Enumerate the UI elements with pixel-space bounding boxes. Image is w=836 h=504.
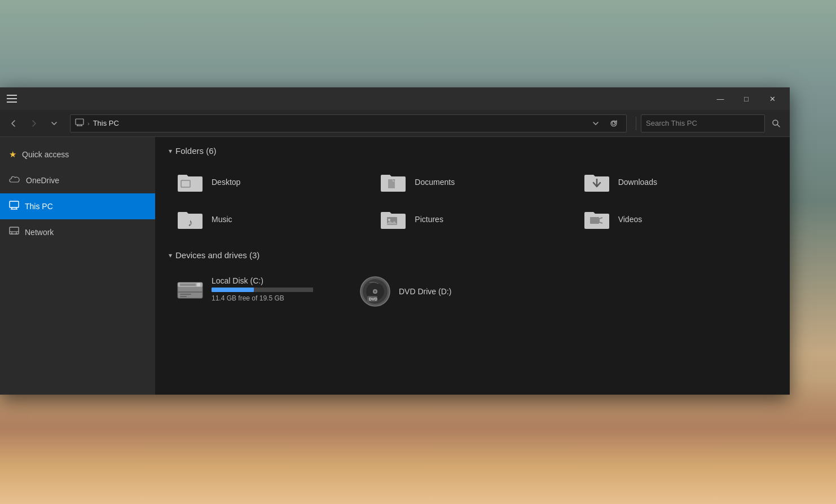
sidebar-item-network[interactable]: Network xyxy=(0,219,155,245)
network-icon xyxy=(9,227,19,238)
folder-videos[interactable]: Videos xyxy=(575,202,776,237)
explorer-window: — □ ✕ › This PC xyxy=(0,87,790,395)
cloud-icon xyxy=(9,175,20,185)
main-pane: ▾ Folders (6) Desktop xyxy=(155,137,790,395)
folder-desktop-icon xyxy=(175,170,205,194)
search-divider xyxy=(636,117,636,130)
folder-documents[interactable]: Documents xyxy=(372,165,573,200)
svg-point-37 xyxy=(374,290,376,293)
address-bar[interactable]: › This PC xyxy=(70,114,627,132)
local-disk-space: 11.4 GB free of 19.5 GB xyxy=(212,294,313,302)
folder-pictures-icon xyxy=(379,207,408,231)
monitor-icon xyxy=(75,118,84,128)
back-button[interactable] xyxy=(5,114,23,132)
folder-music[interactable]: ♪ Music xyxy=(169,202,369,237)
disk-icon xyxy=(175,275,205,304)
sidebar-item-label: Network xyxy=(25,228,54,237)
local-disk-progress-fill xyxy=(212,288,254,292)
svg-rect-29 xyxy=(197,283,200,286)
devices-grid: Local Disk (C:) 11.4 GB free of 19.5 GB xyxy=(169,269,776,314)
folder-music-label: Music xyxy=(212,215,232,224)
folder-music-icon: ♪ xyxy=(175,207,205,231)
dvd-drive-name: DVD Drive (D:) xyxy=(399,287,451,296)
navigation-bar: › This PC Search This PC xyxy=(0,110,790,137)
folder-desktop-label: Desktop xyxy=(212,178,240,187)
recent-locations-button[interactable] xyxy=(45,114,63,132)
content-area: ★ Quick access OneDrive This PC Network xyxy=(0,137,790,395)
folder-pictures[interactable]: Pictures xyxy=(372,202,573,237)
address-chevron: › xyxy=(87,120,90,127)
folder-desktop[interactable]: Desktop xyxy=(169,165,369,200)
address-bar-right xyxy=(588,116,622,131)
folder-downloads[interactable]: Downloads xyxy=(575,165,776,200)
svg-line-5 xyxy=(777,125,780,127)
svg-text:♪: ♪ xyxy=(188,217,193,228)
hamburger-menu-button[interactable] xyxy=(5,92,19,105)
svg-rect-31 xyxy=(180,294,191,295)
address-path: This PC xyxy=(93,119,119,127)
svg-rect-28 xyxy=(180,284,196,286)
folders-section-header[interactable]: ▾ Folders (6) xyxy=(169,146,776,156)
address-dropdown-button[interactable] xyxy=(588,116,604,131)
dvd-icon: DVD xyxy=(358,275,392,308)
folder-videos-label: Videos xyxy=(618,215,643,224)
svg-rect-32 xyxy=(180,296,187,297)
sidebar: ★ Quick access OneDrive This PC Network xyxy=(0,137,155,395)
device-dvd-drive[interactable]: DVD DVD Drive (D:) xyxy=(351,269,521,314)
svg-rect-22 xyxy=(590,217,599,224)
devices-section-header[interactable]: ▾ Devices and drives (3) xyxy=(169,250,776,260)
maximize-button[interactable]: □ xyxy=(733,87,759,110)
local-disk-name: Local Disk (C:) xyxy=(212,276,313,285)
svg-rect-10 xyxy=(10,227,19,234)
refresh-button[interactable] xyxy=(606,116,622,131)
search-label: Search This PC xyxy=(646,119,697,127)
folder-documents-label: Documents xyxy=(415,178,455,187)
sidebar-item-this-pc[interactable]: This PC xyxy=(0,193,155,219)
monitor-icon xyxy=(9,201,19,212)
sidebar-item-quick-access[interactable]: ★ Quick access xyxy=(0,142,155,167)
title-bar-left xyxy=(5,92,19,105)
title-bar: — □ ✕ xyxy=(0,87,790,110)
title-bar-controls: — □ ✕ xyxy=(707,87,785,110)
folder-videos-icon xyxy=(582,207,611,231)
folder-documents-icon xyxy=(379,170,408,194)
star-icon: ★ xyxy=(9,149,16,160)
devices-chevron-icon: ▾ xyxy=(169,251,172,259)
folders-chevron-icon: ▾ xyxy=(169,147,172,155)
search-button[interactable] xyxy=(767,114,785,132)
folders-grid: Desktop Documents xyxy=(169,165,776,237)
svg-point-21 xyxy=(388,219,390,221)
search-bar[interactable]: Search This PC xyxy=(641,114,765,132)
local-disk-info: Local Disk (C:) 11.4 GB free of 19.5 GB xyxy=(212,276,313,302)
sidebar-item-onedrive[interactable]: OneDrive xyxy=(0,167,155,193)
sidebar-item-label: OneDrive xyxy=(26,176,59,185)
svg-rect-30 xyxy=(178,291,203,293)
svg-text:DVD: DVD xyxy=(369,297,377,301)
folders-section-label: Folders (6) xyxy=(175,146,217,156)
local-disk-progress-bar xyxy=(212,288,313,292)
close-button[interactable]: ✕ xyxy=(759,87,785,110)
minimize-button[interactable]: — xyxy=(707,87,733,110)
svg-rect-0 xyxy=(76,119,83,125)
device-local-disk[interactable]: Local Disk (C:) 11.4 GB free of 19.5 GB xyxy=(169,269,338,310)
devices-section-label: Devices and drives (3) xyxy=(175,250,259,260)
sidebar-item-label: This PC xyxy=(25,202,53,211)
folder-downloads-label: Downloads xyxy=(618,178,657,187)
svg-rect-6 xyxy=(10,201,19,207)
forward-button[interactable] xyxy=(25,114,43,132)
folder-downloads-icon xyxy=(582,170,611,194)
folder-pictures-label: Pictures xyxy=(415,215,443,224)
sidebar-item-label: Quick access xyxy=(22,150,69,159)
dvd-drive-info: DVD Drive (D:) xyxy=(399,287,451,296)
